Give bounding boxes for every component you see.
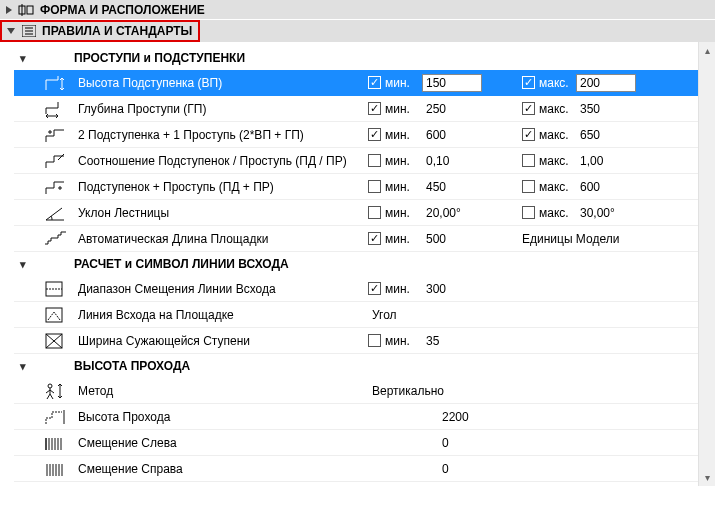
row-label: Смещение Справа bbox=[78, 462, 368, 476]
row-left-offset[interactable]: Смещение Слева 0 bbox=[14, 430, 705, 456]
row-headroom-height[interactable]: Высота Прохода 2200 bbox=[14, 404, 705, 430]
row-label: Линия Всхода на Площадке bbox=[78, 308, 368, 322]
svg-point-22 bbox=[48, 384, 52, 388]
rules-content: ▴ ▾ ▾ ПРОСТУПИ и ПОДСТУПЕНКИ Высота Подс… bbox=[0, 42, 715, 486]
max-checkbox[interactable] bbox=[522, 128, 535, 141]
min-label: мин. bbox=[385, 76, 410, 90]
max-value: 650 bbox=[576, 128, 656, 142]
min-input[interactable] bbox=[422, 74, 482, 92]
shape-icon bbox=[18, 3, 36, 17]
min-value: 35 bbox=[422, 334, 502, 348]
group-walking-line[interactable]: ▾ РАСЧЕТ и СИМВОЛ ЛИНИИ ВСХОДА bbox=[14, 252, 705, 276]
section-shape-layout[interactable]: ФОРМА И РАСПОЛОЖЕНИЕ bbox=[0, 0, 715, 20]
row-auto-landing[interactable]: Автоматическая Длина Площадки мин. 500 Е… bbox=[14, 226, 705, 252]
max-label: макс. bbox=[539, 128, 569, 142]
row-tread-depth[interactable]: Глубина Проступи (ГП) мин. 250 макс. 350 bbox=[14, 96, 705, 122]
row-label: Смещение Слева bbox=[78, 436, 368, 450]
max-checkbox[interactable] bbox=[522, 154, 535, 167]
svg-line-11 bbox=[58, 154, 64, 160]
row-2r-plus-g[interactable]: 2 Подступенка + 1 Проступь (2*ВП + ГП) м… bbox=[14, 122, 705, 148]
slope-icon bbox=[42, 203, 70, 223]
row-value: Вертикально bbox=[368, 384, 498, 398]
min-checkbox[interactable] bbox=[368, 180, 381, 193]
section-title: ФОРМА И РАСПОЛОЖЕНИЕ bbox=[40, 3, 205, 17]
row-value: Угол bbox=[368, 308, 498, 322]
landing-icon bbox=[42, 229, 70, 249]
group-title: ВЫСОТА ПРОХОДА bbox=[74, 359, 190, 373]
svg-line-26 bbox=[47, 394, 50, 399]
row-ratio[interactable]: Соотношение Подступенок / Проступь (ПД /… bbox=[14, 148, 705, 174]
min-value: 250 bbox=[422, 102, 502, 116]
row-walking-landing[interactable]: Линия Всхода на Площадке Угол bbox=[14, 302, 705, 328]
settings-panel: ФОРМА И РАСПОЛОЖЕНИЕ ПРАВИЛА И СТАНДАРТЫ… bbox=[0, 0, 715, 486]
min-label: мин. bbox=[385, 232, 410, 246]
min-value: 0,10 bbox=[422, 154, 502, 168]
height-icon bbox=[42, 407, 70, 427]
group-steps[interactable]: ▾ ПРОСТУПИ и ПОДСТУПЕНКИ bbox=[14, 46, 705, 70]
chevron-down-icon: ▾ bbox=[14, 52, 32, 65]
min-checkbox[interactable] bbox=[368, 334, 381, 347]
chevron-right-icon bbox=[4, 5, 14, 15]
row-method[interactable]: Метод Вертикально bbox=[14, 378, 705, 404]
min-value: 600 bbox=[422, 128, 502, 142]
max-label: макс. bbox=[539, 180, 569, 194]
units-label: Единицы Модели bbox=[522, 232, 619, 246]
max-label: макс. bbox=[539, 206, 569, 220]
section-title: ПРАВИЛА И СТАНДАРТЫ bbox=[42, 24, 192, 38]
max-value: 30,00° bbox=[576, 206, 656, 220]
max-checkbox[interactable] bbox=[522, 102, 535, 115]
min-value: 300 bbox=[422, 282, 502, 296]
min-label: мин. bbox=[385, 180, 410, 194]
row-stair-slope[interactable]: Уклон Лестницы мин. 20,00° макс. 30,00° bbox=[14, 200, 705, 226]
min-value: 500 bbox=[422, 232, 502, 246]
min-checkbox[interactable] bbox=[368, 76, 381, 89]
section-rules-standards[interactable]: ПРАВИЛА И СТАНДАРТЫ bbox=[0, 20, 200, 42]
row-r-plus-g[interactable]: Подступенок + Проступь (ПД + ПР) мин. 45… bbox=[14, 174, 705, 200]
max-checkbox[interactable] bbox=[522, 76, 535, 89]
max-label: макс. bbox=[539, 154, 569, 168]
group-title: ПРОСТУПИ и ПОДСТУПЕНКИ bbox=[74, 51, 245, 65]
row-label: Уклон Лестницы bbox=[78, 206, 368, 220]
row-label: Ширина Сужающейся Ступени bbox=[78, 334, 368, 348]
row-walking-offset[interactable]: Диапазон Смещения Линии Всхода мин. 300 bbox=[14, 276, 705, 302]
chevron-down-icon bbox=[6, 26, 16, 36]
row-label: Глубина Проступи (ГП) bbox=[78, 102, 368, 116]
row-winder-width[interactable]: Ширина Сужающейся Ступени мин. 35 bbox=[14, 328, 705, 354]
min-checkbox[interactable] bbox=[368, 128, 381, 141]
row-riser-height[interactable]: Высота Подступенка (ВП) мин. макс. bbox=[14, 70, 705, 96]
group-headroom[interactable]: ▾ ВЫСОТА ПРОХОДА bbox=[14, 354, 705, 378]
min-checkbox[interactable] bbox=[368, 206, 381, 219]
max-checkbox[interactable] bbox=[522, 180, 535, 193]
row-right-offset[interactable]: Смещение Справа 0 bbox=[14, 456, 705, 482]
scroll-up-icon[interactable]: ▴ bbox=[699, 42, 715, 59]
min-checkbox[interactable] bbox=[368, 282, 381, 295]
min-checkbox[interactable] bbox=[368, 102, 381, 115]
formula2-icon bbox=[42, 177, 70, 197]
tread-icon bbox=[42, 99, 70, 119]
left-offset-icon bbox=[42, 433, 70, 453]
svg-rect-1 bbox=[27, 6, 33, 14]
scroll-down-icon[interactable]: ▾ bbox=[699, 469, 715, 486]
min-label: мин. bbox=[385, 206, 410, 220]
max-value: 1,00 bbox=[576, 154, 656, 168]
svg-line-25 bbox=[50, 390, 54, 393]
row-value: 2200 bbox=[422, 410, 502, 424]
max-checkbox[interactable] bbox=[522, 206, 535, 219]
winder-icon bbox=[42, 331, 70, 351]
row-value: 0 bbox=[422, 436, 502, 450]
min-checkbox[interactable] bbox=[368, 154, 381, 167]
riser-icon bbox=[42, 73, 70, 93]
max-input[interactable] bbox=[576, 74, 636, 92]
min-value: 450 bbox=[422, 180, 502, 194]
row-label: Диапазон Смещения Линии Всхода bbox=[78, 282, 368, 296]
max-label: макс. bbox=[539, 102, 569, 116]
right-offset-icon bbox=[42, 459, 70, 479]
min-label: мин. bbox=[385, 334, 410, 348]
min-label: мин. bbox=[385, 128, 410, 142]
list-icon bbox=[20, 24, 38, 38]
min-label: мин. bbox=[385, 102, 410, 116]
chevron-down-icon: ▾ bbox=[14, 360, 32, 373]
scrollbar[interactable]: ▴ ▾ bbox=[698, 42, 715, 486]
min-checkbox[interactable] bbox=[368, 232, 381, 245]
chevron-down-icon: ▾ bbox=[14, 258, 32, 271]
